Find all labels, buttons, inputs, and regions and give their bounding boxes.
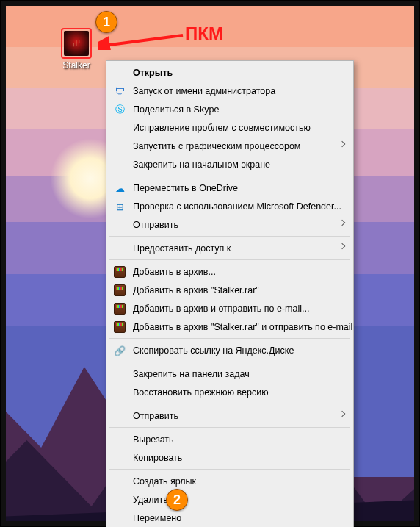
- menu-item-yandex-disk[interactable]: 🔗 Скопировать ссылку на Яндекс.Диске: [108, 341, 352, 359]
- menu-item-rename[interactable]: Переимено: [108, 509, 352, 527]
- menu-separator: [109, 362, 350, 362]
- menu-item-rar-add-named-mail[interactable]: Добавить в архив "Stalker.rar" и отправи…: [108, 318, 352, 336]
- menu-separator: [109, 469, 350, 470]
- chevron-right-icon: [339, 411, 345, 417]
- skype-icon: Ⓢ: [113, 103, 126, 116]
- menu-separator: [109, 176, 350, 176]
- menu-separator: [109, 338, 350, 339]
- menu-item-run-as-admin[interactable]: 🛡 Запуск от имени администратора: [108, 82, 352, 100]
- menu-item-open[interactable]: Открыть: [108, 63, 352, 82]
- menu-item-delete[interactable]: Удалить: [108, 490, 352, 509]
- annotation-badge-2: 2: [166, 489, 188, 511]
- menu-item-copy[interactable]: Копировать: [108, 448, 352, 467]
- winrar-icon: [113, 320, 126, 334]
- menu-separator: [109, 236, 350, 237]
- winrar-icon: [113, 302, 126, 315]
- menu-item-defender[interactable]: ⊞ Проверка с использованием Microsoft De…: [108, 197, 352, 215]
- menu-separator: [109, 259, 350, 260]
- context-menu: Открыть 🛡 Запуск от имени администратора…: [106, 60, 354, 527]
- desktop-icon-image: [61, 28, 92, 59]
- menu-item-restore-version[interactable]: Восстановить прежнюю версию: [108, 383, 352, 401]
- desktop-icon-stalker[interactable]: Stalker: [56, 28, 97, 71]
- menu-item-pin-taskbar[interactable]: Закрепить на панели задач: [108, 365, 352, 383]
- annotation-label-pkm: ПКМ: [185, 24, 223, 44]
- menu-item-rar-add[interactable]: Добавить в архив...: [108, 262, 352, 281]
- shield-icon: 🛡: [113, 85, 126, 98]
- chevron-right-icon: [339, 141, 345, 147]
- winrar-icon: [113, 265, 126, 279]
- menu-item-create-shortcut[interactable]: Создать ярлык: [108, 472, 352, 490]
- desktop-icon-label: Stalker: [56, 60, 97, 71]
- menu-item-send[interactable]: Отправить: [108, 406, 352, 425]
- menu-item-cut[interactable]: Вырезать: [108, 430, 352, 448]
- menu-item-rar-add-mail[interactable]: Добавить в архив и отправить по e-mail..…: [108, 299, 352, 318]
- menu-item-pin-start[interactable]: Закрепить на начальном экране: [108, 155, 352, 173]
- winrar-icon: [113, 284, 126, 297]
- link-icon: 🔗: [113, 344, 126, 357]
- chevron-right-icon: [339, 243, 345, 249]
- chevron-right-icon: [339, 220, 345, 226]
- annotation-badge-1: 1: [95, 11, 117, 33]
- menu-item-share-skype[interactable]: Ⓢ Поделиться в Skype: [108, 100, 352, 118]
- menu-item-share-access[interactable]: Предоставить доступ к: [108, 239, 352, 257]
- svg-line-3: [104, 35, 183, 46]
- cloud-icon: ☁: [113, 182, 126, 195]
- menu-item-send-to[interactable]: Отправить: [108, 215, 352, 234]
- menu-separator: [109, 427, 350, 428]
- menu-item-run-gpu[interactable]: Запустить с графическим процессором: [108, 137, 352, 155]
- menu-item-onedrive[interactable]: ☁ Переместить в OneDrive: [108, 179, 352, 197]
- menu-separator: [109, 404, 350, 404]
- menu-item-compatibility[interactable]: Исправление проблем с совместимостью: [108, 118, 352, 137]
- defender-icon: ⊞: [113, 200, 126, 213]
- menu-item-rar-add-named[interactable]: Добавить в архив "Stalker.rar": [108, 281, 352, 299]
